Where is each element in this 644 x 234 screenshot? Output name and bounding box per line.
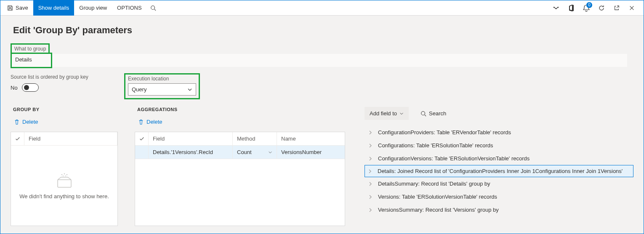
expand-icon[interactable] [369,144,373,148]
tree-item-label: DetailsSummary: Record list 'Details' gr… [378,181,490,187]
row-settings: Source list is ordered by group key No E… [11,73,633,99]
expand-icon[interactable] [369,208,373,212]
agg-cell-method[interactable]: Count [233,146,277,159]
table-row[interactable]: Details.'1Versions'.RecId Count Versions… [135,146,345,159]
tree-item[interactable]: DetailsSummary: Record list 'Details' gr… [365,177,633,190]
svg-line-12 [425,114,426,116]
search-icon [420,111,426,117]
svg-point-7 [64,173,64,174]
search-icon [150,5,156,11]
save-button[interactable]: Save [2,0,33,16]
tree-item-label: VersionsSummary: Record list 'Versions' … [378,207,499,213]
tree-item[interactable]: VersionsSummary: Record list 'Versions' … [365,203,633,216]
svg-point-2 [554,7,555,8]
exec-location-label: Execution location [128,76,169,82]
connector-icon[interactable] [550,2,562,14]
ordered-field: Source list is ordered by group key No [11,73,107,92]
show-details-label: Show details [38,5,69,11]
tree-item[interactable]: Versions: Table 'ERSolutionVersionTable'… [365,190,633,203]
aggregations-checkall[interactable] [135,132,149,145]
group-by-grid-header: Field [11,132,117,146]
chevron-down-icon [268,150,272,154]
options-label: OPTIONS [117,5,142,11]
trash-icon [14,119,20,125]
exec-location-value: Query [132,86,146,93]
svg-point-8 [66,174,67,175]
search-button[interactable] [147,0,160,16]
aggregations-delete-label: Delete [146,119,162,125]
ordered-label: Source list is ordered by group key [11,73,107,81]
chevron-down-icon [187,87,192,92]
svg-line-1 [154,9,156,11]
tree-item[interactable]: ConfigurationProviders: Table 'ERVendorT… [365,126,633,139]
add-field-to-button[interactable]: Add field to [365,107,409,120]
add-field-to-label: Add field to [370,110,397,117]
agg-col-name[interactable]: Name [277,132,345,145]
tree-item[interactable]: ConfigurationVersions: Table 'ERSolution… [365,152,633,165]
tree-item-label: ConfigurationProviders: Table 'ERVendorT… [378,129,511,136]
tree-item-label: ConfigurationVersions: Table 'ERSolution… [378,155,530,162]
close-icon[interactable] [626,2,638,14]
agg-col-field[interactable]: Field [149,132,233,145]
expand-icon[interactable] [369,195,373,199]
group-by-header: GROUP BY [13,107,118,112]
expand-icon[interactable] [369,157,373,161]
options-button[interactable]: OPTIONS [112,0,147,16]
columns: GROUP BY Delete Field [11,107,633,226]
svg-point-11 [421,111,425,115]
agg-cell-name[interactable]: VersionsNumber [277,146,345,159]
svg-point-4 [558,7,559,8]
group-by-grid: Field We didn't find anything to show he… [11,132,118,226]
ordered-toggle[interactable] [22,83,39,92]
refresh-icon[interactable] [596,2,607,14]
row-checkbox[interactable] [135,146,149,159]
save-label: Save [16,5,28,11]
agg-col-method[interactable]: Method [233,132,277,145]
trash-icon [138,119,144,125]
chevron-down-icon [399,112,404,116]
aggregations-delete-button[interactable]: Delete [135,117,166,127]
what-to-group-field: What to group Details [11,43,627,68]
popout-icon[interactable] [611,2,623,14]
right-panel: Add field to Search ConfigurationProvide… [362,107,633,226]
right-actions: Add field to Search [365,107,633,120]
tree-item-label: Versions: Table 'ERSolutionVersionTable'… [378,194,497,200]
svg-point-10 [65,176,66,176]
office-icon[interactable] [565,2,577,14]
notifications-icon[interactable]: 0 [580,2,592,14]
tree-item[interactable]: Details: Joined Record list of 'Configur… [365,165,633,177]
empty-icon [55,172,74,189]
aggregations-grid-header: Field Method Name [135,132,345,146]
aggregations-header: AGGREGATIONS [137,107,345,112]
ordered-value: No [11,85,18,91]
tree: ConfigurationProviders: Table 'ERVendorT… [365,126,633,216]
group-view-label: Group view [79,5,107,11]
group-by-col-field[interactable]: Field [24,132,117,145]
expand-icon[interactable] [369,130,373,135]
show-details-button[interactable]: Show details [33,0,75,16]
svg-point-6 [61,174,62,175]
group-by-delete-button[interactable]: Delete [11,117,42,127]
expand-icon[interactable] [369,182,373,186]
svg-point-9 [63,176,64,176]
exec-location-select[interactable]: Query [128,83,196,96]
tree-item[interactable]: Configurations: Table 'ERSolutionTable' … [365,139,633,152]
aggregations-column: AGGREGATIONS Delete Field Method Name [135,107,345,226]
agg-cell-field[interactable]: Details.'1Versions'.RecId [149,146,233,159]
right-search-button[interactable]: Search [415,107,451,120]
expand-icon[interactable] [368,169,373,173]
svg-rect-5 [58,180,71,187]
page-title: Edit 'Group By' parameters [13,25,631,36]
exec-location-field: Execution location Query [124,73,200,99]
group-by-empty-text: We didn't find anything to show here. [19,193,109,199]
group-by-checkall[interactable] [11,132,24,145]
svg-point-3 [556,8,557,9]
content: Edit 'Group By' parameters What to group… [0,16,644,234]
what-to-group-value[interactable]: Details [11,53,52,68]
group-by-column: GROUP BY Delete Field [11,107,118,226]
what-to-group-field-ext[interactable] [52,54,627,67]
toggle-knob [24,85,29,90]
group-view-button[interactable]: Group view [74,0,112,16]
tree-item-label: Details: Joined Record list of 'Configur… [378,168,623,174]
what-to-group-label: What to group [14,46,46,52]
